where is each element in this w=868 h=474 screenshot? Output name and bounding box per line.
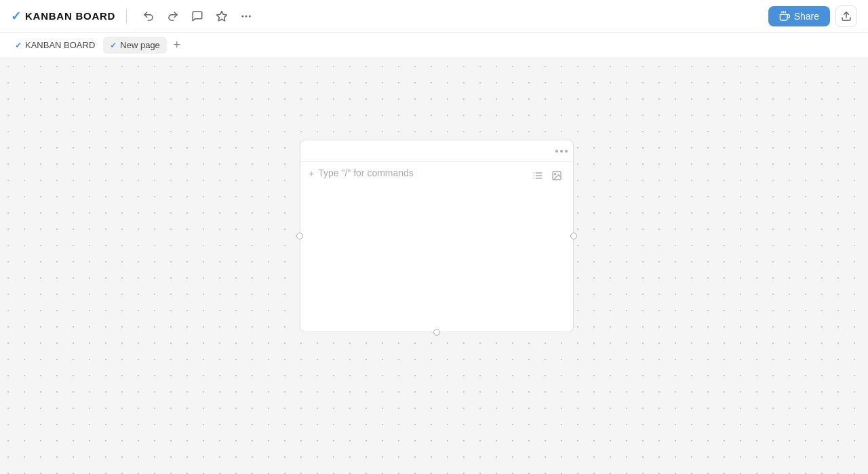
dot-1	[555, 150, 558, 153]
resize-handle-right[interactable]	[570, 233, 577, 239]
star-button[interactable]	[211, 5, 233, 27]
export-button[interactable]	[835, 5, 857, 27]
dot-3	[565, 150, 568, 153]
resize-handle-bottom[interactable]	[433, 329, 440, 336]
logo-check-icon: ✓	[11, 9, 21, 24]
header-right: Share	[768, 5, 857, 27]
redo-button[interactable]	[162, 5, 184, 27]
resize-handle-left[interactable]	[296, 233, 303, 239]
tab-kanban-label: KANBAN BOARD	[25, 40, 95, 50]
svg-point-2	[245, 15, 248, 17]
svg-marker-0	[217, 11, 227, 20]
svg-point-15	[555, 174, 556, 175]
app-title: KANBAN BOARD	[25, 10, 115, 22]
share-button[interactable]: Share	[768, 6, 830, 26]
share-label: Share	[794, 11, 819, 22]
image-tool-button[interactable]	[549, 167, 565, 184]
more-button[interactable]	[235, 5, 257, 27]
toolbar-actions	[138, 5, 257, 27]
note-card[interactable]: + Type "/" for commands	[300, 140, 574, 332]
tab-newpage-check-icon: ✓	[110, 41, 117, 50]
list-tool-button[interactable]	[530, 167, 546, 184]
svg-point-3	[249, 15, 251, 17]
add-content-icon: +	[309, 168, 314, 179]
inline-tools	[530, 167, 565, 184]
header: ✓ KANBAN BOARD	[0, 0, 868, 33]
header-divider	[126, 9, 127, 23]
tab-newpage-label: New page	[120, 40, 160, 50]
dot-2	[560, 150, 563, 153]
undo-button[interactable]	[138, 5, 159, 27]
canvas[interactable]: + Type "/" for commands	[0, 58, 868, 474]
comment-button[interactable]	[186, 5, 208, 27]
tabs-bar: ✓ KANBAN BOARD ✓ New page +	[0, 33, 868, 58]
tab-kanban-check-icon: ✓	[15, 41, 22, 50]
add-tab-button[interactable]: +	[168, 37, 186, 54]
card-menu-dots[interactable]	[555, 150, 568, 153]
svg-point-1	[241, 15, 243, 17]
header-left: ✓ KANBAN BOARD	[11, 5, 768, 27]
note-card-body[interactable]: + Type "/" for commands	[300, 162, 573, 332]
logo-area: ✓ KANBAN BOARD	[11, 9, 115, 24]
placeholder-text: Type "/" for commands	[318, 167, 414, 178]
tab-kanban-board[interactable]: ✓ KANBAN BOARD	[8, 37, 102, 54]
tab-new-page[interactable]: ✓ New page	[103, 37, 167, 54]
note-card-header	[300, 140, 573, 162]
